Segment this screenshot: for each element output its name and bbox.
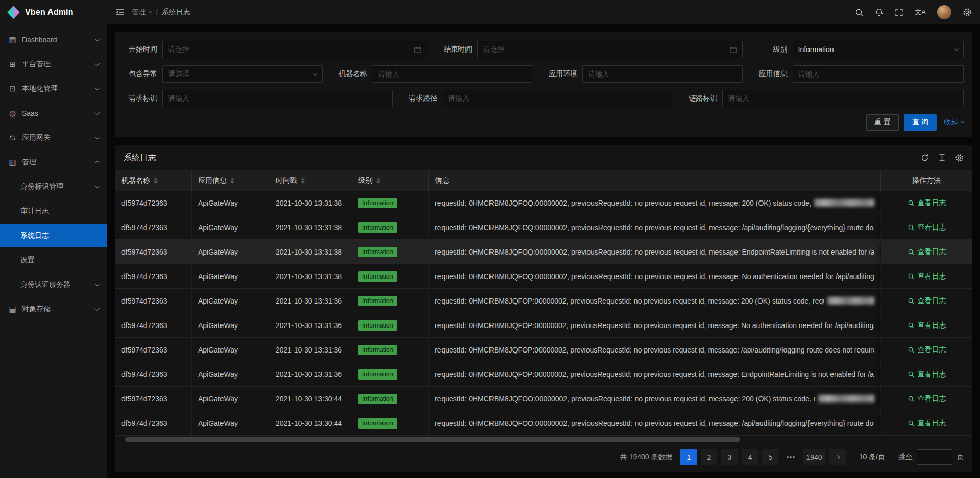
log-message: requestId: 0HMCRBM8JQFOP:00000002, previ… [435, 370, 874, 379]
cell-app: ApiGateWay [192, 313, 270, 337]
filter-row-1: 开始时间 请选择 结束时间 请选择 [124, 41, 964, 58]
next-page-button[interactable] [829, 449, 846, 465]
sidebar-item-platform[interactable]: ⊞平台管理 [0, 53, 107, 76]
page-button-3[interactable]: 3 [721, 449, 738, 465]
sidebar-submenu: 身份标识管理审计日志系统日志设置身份认证服务器 [0, 175, 107, 296]
cell-message: requestId: 0HMCRBM8JQFOQ:00000002, previ… [429, 215, 881, 239]
refresh-icon[interactable] [921, 154, 929, 162]
main-area: 管理 / 系统日志 文A [107, 0, 980, 478]
scrollbar-thumb[interactable] [125, 437, 740, 442]
cell-level: Information [352, 215, 429, 239]
settings-gear-icon[interactable] [963, 8, 972, 17]
view-log-link[interactable]: 查看日志 [908, 370, 946, 379]
table-toolbar [921, 154, 964, 162]
column-header-level[interactable]: 级别 [352, 170, 429, 191]
level-select[interactable]: Information [793, 41, 964, 58]
request-id-input[interactable] [168, 94, 387, 103]
dashboard-icon: ▦ [8, 35, 17, 44]
sidebar-item-localization[interactable]: ⊡本地化管理 [0, 78, 107, 100]
cell-machine: df5974d72363 [115, 411, 192, 435]
view-log-link[interactable]: 查看日志 [908, 296, 946, 306]
view-log-link[interactable]: 查看日志 [908, 223, 946, 232]
translate-icon[interactable]: 文A [915, 8, 926, 17]
table-row: df5974d72363ApiGateWay2021-10-30 13:31:3… [115, 191, 972, 215]
cell-message: requestId: 0HMCRBM8JQFOP:00000002, previ… [429, 362, 881, 386]
app-title: Vben Admin [25, 8, 74, 17]
chevron-down-icon [149, 10, 152, 13]
app-env-input[interactable] [588, 70, 737, 78]
chevron-down-icon [95, 110, 100, 115]
table-row: df5974d72363ApiGateWay2021-10-30 13:30:4… [115, 387, 972, 411]
has-exception-select[interactable]: 请选择 [162, 65, 323, 83]
end-time-picker[interactable]: 请选择 [477, 41, 742, 58]
cell-message: requestId: 0HMCRBM8JQFOQ:00000002, previ… [429, 191, 881, 215]
view-log-link[interactable]: 查看日志 [908, 272, 946, 281]
page-button-1940[interactable]: 1940 [803, 449, 825, 465]
menu-fold-icon[interactable] [115, 8, 125, 17]
request-path-input[interactable] [448, 94, 667, 103]
view-log-link[interactable]: 查看日志 [908, 394, 946, 404]
chevron-down-icon [955, 49, 958, 51]
column-header-timestamp[interactable]: 时间戳 [270, 170, 352, 191]
view-log-link[interactable]: 查看日志 [908, 345, 946, 355]
column-header-machine[interactable]: 机器名称 [115, 170, 192, 191]
filter-level: 级别 Information [754, 41, 964, 58]
reset-button[interactable]: 重 置 [866, 114, 899, 131]
column-settings-icon[interactable] [955, 154, 964, 162]
filter-request-id: 请求标识 [124, 90, 404, 107]
column-label: 信息 [435, 176, 449, 185]
log-message: requestId: 0HMCRBM8JQFOQ:00000002, previ… [435, 248, 874, 256]
logo[interactable]: Vben Admin [0, 0, 107, 24]
machine-name-input[interactable] [378, 70, 527, 78]
view-log-link[interactable]: 查看日志 [908, 321, 946, 330]
breadcrumb-root-label: 管理 [132, 8, 146, 17]
page-button-1[interactable]: 1 [680, 449, 697, 465]
page-size-select[interactable]: 10 条/页 [853, 449, 891, 465]
filter-end-time: 结束时间 请选择 [438, 41, 753, 58]
chevron-down-icon [95, 306, 100, 311]
cell-machine: df5974d72363 [115, 240, 192, 264]
sidebar-item-settings[interactable]: 设置 [0, 249, 107, 271]
start-time-picker[interactable]: 请选择 [162, 41, 427, 58]
cell-message: requestId: 0HMCRBM8JQFOO:00000002, previ… [429, 411, 881, 435]
view-log-link[interactable]: 查看日志 [908, 419, 946, 428]
sidebar-item-dashboard[interactable]: ▦Dashboard [0, 29, 107, 51]
sidebar-item-label: 审计日志 [20, 207, 99, 216]
sidebar-item-gateway[interactable]: ⇆应用网关 [0, 127, 107, 149]
column-header-app[interactable]: 应用信息 [192, 170, 270, 191]
sidebar-item-audit-logs[interactable]: 审计日志 [0, 200, 107, 222]
sidebar-item-identity[interactable]: 身份标识管理 [0, 175, 107, 198]
page-button-5[interactable]: 5 [762, 449, 778, 465]
level-tag: Information [358, 222, 397, 233]
cell-timestamp: 2021-10-30 13:31:38 [270, 215, 352, 239]
jump-page-input[interactable] [917, 449, 952, 465]
table-row: df5974d72363ApiGateWay2021-10-30 13:31:3… [115, 240, 972, 264]
search-button[interactable]: 查 询 [904, 114, 937, 131]
collapse-link[interactable]: 收起 [944, 118, 964, 127]
view-log-link[interactable]: 查看日志 [908, 198, 946, 208]
level-tag: Information [358, 296, 397, 306]
sidebar-item-saas[interactable]: ◍Saas [0, 102, 107, 124]
search-icon[interactable] [855, 8, 864, 17]
trace-id-input[interactable] [728, 94, 958, 103]
sidebar-item-admin[interactable]: ▥管理 [0, 151, 107, 173]
notification-bell-icon[interactable] [875, 8, 884, 17]
breadcrumb-root[interactable]: 管理 [132, 8, 152, 17]
page-button-4[interactable]: 4 [742, 449, 758, 465]
sidebar-item-auth-server[interactable]: 身份认证服务器 [0, 273, 107, 296]
row-height-icon[interactable] [938, 154, 946, 162]
fullscreen-icon[interactable] [895, 8, 903, 17]
view-log-link[interactable]: 查看日志 [908, 247, 946, 257]
cell-timestamp: 2021-10-30 13:31:38 [270, 191, 352, 215]
sidebar-item-system-logs[interactable]: 系统日志 [0, 224, 107, 247]
page-button-2[interactable]: 2 [701, 449, 717, 465]
app-info-input[interactable] [798, 70, 959, 78]
sidebar-item-label: 设置 [20, 256, 99, 265]
sidebar-item-object-storage[interactable]: ▤对象存储 [0, 298, 107, 320]
filter-trace-id: 链路标识 [683, 90, 964, 107]
sort-icon [230, 178, 234, 184]
app-root: Vben Admin ▦Dashboard⊞平台管理⊡本地化管理◍Saas⇆应用… [0, 0, 980, 478]
table-panel: 系统日志 机器名称应用信息时间戳级别信息操作方法 df597 [115, 145, 972, 472]
avatar[interactable] [937, 5, 951, 19]
cell-message: requestId: 0HMCRBM8JQFOQ:00000002, previ… [429, 264, 881, 288]
